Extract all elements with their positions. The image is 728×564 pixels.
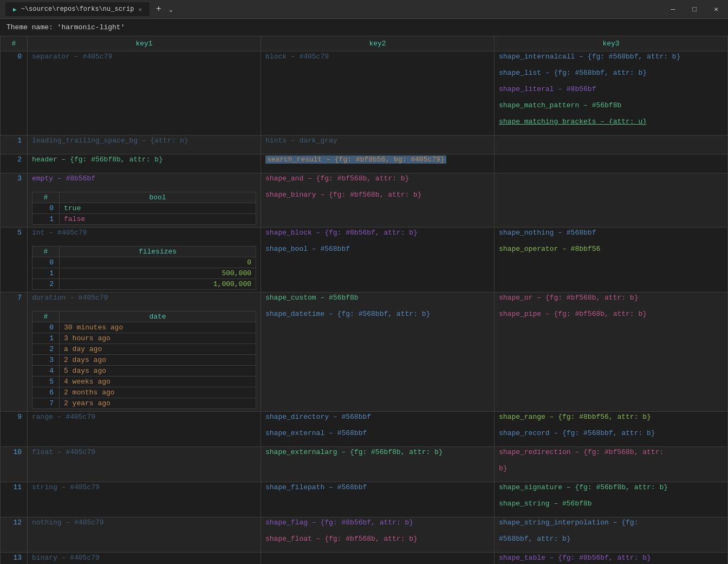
cell-key1: float – #405c79	[28, 447, 261, 482]
row-index: 11	[1, 482, 28, 517]
row-index: 13	[1, 553, 28, 565]
cell-key3: shape_range – {fg: #8bbf56, attr: b}shap…	[495, 412, 728, 447]
close-button[interactable]: ✕	[710, 4, 723, 15]
nested-table: #date030 minutes ago13 hours ago2a day a…	[32, 311, 256, 409]
table-row: 9range – #405c79shape_directory – #568bb…	[1, 412, 728, 447]
cell-key1: nothing – #405c79	[28, 517, 261, 553]
cell-key1: range – #405c79	[28, 412, 261, 447]
active-tab[interactable]: ▶ ~\source\repos\forks\nu_scrip ✕	[5, 2, 150, 16]
row-index: 3	[1, 173, 28, 228]
table-row: 11string – #405c79shape_filepath – #568b…	[1, 482, 728, 517]
table-row: 5int – #405c79#filesizes001500,00021,000…	[1, 228, 728, 293]
col-header-key1: key1	[28, 36, 261, 51]
cell-key1: separator – #405c79	[28, 51, 261, 135]
minimize-button[interactable]: —	[667, 4, 680, 15]
row-index: 10	[1, 447, 28, 482]
row-index: 2	[1, 154, 28, 173]
cell-key3: shape_table – {fg: #8b56bf, attr: b}shap…	[495, 553, 728, 565]
cell-key3: shape_string_interpolation – {fg:#568bbf…	[495, 517, 728, 553]
cell-key2: shape_custom – #56bf8bshape_datetime – {…	[261, 293, 495, 412]
cell-key2: search_result – {fg: #bf8b56, bg: #405c7…	[261, 154, 495, 173]
nested-table: #filesizes001500,00021,000,000	[32, 246, 256, 290]
new-tab-button[interactable]: +	[152, 3, 166, 15]
cell-key2: shape_externalarg – {fg: #56bf8b, attr: …	[261, 447, 495, 482]
col-header-index: #	[1, 36, 28, 51]
cell-key3: shape_signature – {fg: #56bf8b, attr: b}…	[495, 482, 728, 517]
tab-label: ~\source\repos\forks\nu_scrip	[21, 5, 134, 13]
cell-key1: header – {fg: #56bf8b, attr: b}	[28, 154, 261, 173]
cell-key1: string – #405c79	[28, 482, 261, 517]
cell-key3: shape_redirection – {fg: #bf568b, attr:b…	[495, 447, 728, 482]
row-index: 0	[1, 51, 28, 135]
col-header-key3: key3	[495, 36, 728, 51]
cell-key3	[495, 154, 728, 173]
cell-key2: shape_flag – {fg: #8b56bf, attr: b}shape…	[261, 517, 495, 553]
row-index: 9	[1, 412, 28, 447]
cell-key2: hints – dark_gray	[261, 135, 495, 154]
cell-key2: block – #405c79	[261, 51, 495, 135]
row-index: 7	[1, 293, 28, 412]
cell-key1: int – #405c79#filesizes001500,00021,000,…	[28, 228, 261, 293]
tab-close-button[interactable]: ✕	[138, 6, 142, 13]
nested-table: #bool0true1false	[32, 192, 256, 225]
tab-icon: ▶	[13, 6, 17, 13]
cell-key2: shape_and – {fg: #bf568b, attr: b}shape_…	[261, 173, 495, 228]
cell-key1: duration – #405c79#date030 minutes ago13…	[28, 293, 261, 412]
cell-key3	[495, 135, 728, 154]
theme-name-line: Theme name: 'harmonic-light'	[0, 19, 728, 36]
cell-key3	[495, 173, 728, 228]
table-row: 1leading_trailing_space_bg – {attr: n}hi…	[1, 135, 728, 154]
cell-key3: shape_or – {fg: #bf568b, attr: b}shape_p…	[495, 293, 728, 412]
cell-key2	[261, 553, 495, 565]
table-row: 10float – #405c79shape_externalarg – {fg…	[1, 447, 728, 482]
tab-area: ▶ ~\source\repos\forks\nu_scrip ✕ + ⌄	[5, 2, 667, 16]
table-row: 2header – {fg: #56bf8b, attr: b}search_r…	[1, 154, 728, 173]
cell-key1: empty – #8b56bf#bool0true1false	[28, 173, 261, 228]
cell-key1: binary – #405c79	[28, 553, 261, 565]
row-index: 1	[1, 135, 28, 154]
col-header-key2: key2	[261, 36, 495, 51]
cell-key3: shape_internalcall – {fg: #568bbf, attr:…	[495, 51, 728, 135]
maximize-button[interactable]: □	[688, 4, 701, 15]
cell-key2: shape_directory – #568bbfshape_external …	[261, 412, 495, 447]
table-row: 13binary – #405c79shape_table – {fg: #8b…	[1, 553, 728, 565]
data-table: # key1 key2 key3 0separator – #405c79blo…	[0, 36, 728, 564]
cell-key2: shape_filepath – #568bbf	[261, 482, 495, 517]
cell-key1: leading_trailing_space_bg – {attr: n}	[28, 135, 261, 154]
table-header: # key1 key2 key3	[1, 36, 728, 51]
cell-key3: shape_nothing – #568bbfshape_operator – …	[495, 228, 728, 293]
tab-dropdown-button[interactable]: ⌄	[166, 4, 176, 15]
titlebar: ▶ ~\source\repos\forks\nu_scrip ✕ + ⌄ — …	[0, 0, 728, 19]
cell-key2: shape_block – {fg: #8b56bf, attr: b}shap…	[261, 228, 495, 293]
table-body: 0separator – #405c79block – #405c79shape…	[1, 51, 728, 565]
window-controls: — □ ✕	[667, 4, 723, 15]
table-row: 12nothing – #405c79shape_flag – {fg: #8b…	[1, 517, 728, 553]
table-row: 0separator – #405c79block – #405c79shape…	[1, 51, 728, 135]
theme-name-text: Theme name: 'harmonic-light'	[6, 23, 125, 31]
table-row: 7duration – #405c79#date030 minutes ago1…	[1, 293, 728, 412]
table-row: 3empty – #8b56bf#bool0true1falseshape_an…	[1, 173, 728, 228]
data-table-container: # key1 key2 key3 0separator – #405c79blo…	[0, 36, 728, 564]
row-index: 12	[1, 517, 28, 553]
row-index: 5	[1, 228, 28, 293]
